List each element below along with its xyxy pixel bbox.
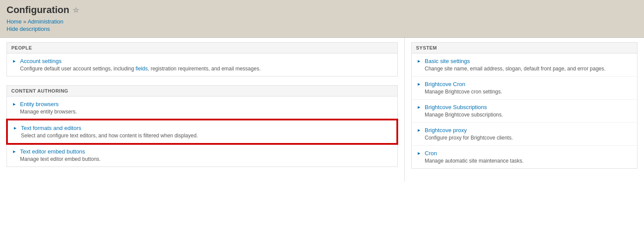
cron-item: ► Cron Manage automatic site maintenance… bbox=[412, 146, 637, 168]
brightcove-proxy-title: ► Brightcove proxy bbox=[417, 127, 632, 133]
brightcove-subscriptions-item: ► Brightcove Subscriptions Manage Bright… bbox=[412, 100, 637, 123]
account-settings-link[interactable]: Account settings bbox=[20, 58, 61, 64]
brightcove-proxy-description: Configure proxy for Brightcove clients. bbox=[425, 135, 632, 141]
cron-link[interactable]: Cron bbox=[425, 150, 437, 156]
star-icon[interactable]: ☆ bbox=[73, 6, 79, 14]
text-formats-description: Select and configure text editors, and h… bbox=[21, 133, 391, 139]
brightcove-subscriptions-link[interactable]: Brightcove Subscriptions bbox=[425, 104, 487, 110]
arrow-icon: ► bbox=[12, 149, 17, 154]
basic-site-settings-title: ► Basic site settings bbox=[417, 58, 632, 64]
brightcove-proxy-item: ► Brightcove proxy Configure proxy for B… bbox=[412, 123, 637, 146]
account-settings-title: ► Account settings bbox=[12, 58, 392, 64]
brightcove-cron-item: ► Brightcove Cron Manage Brightcove cron… bbox=[412, 77, 637, 100]
right-panel: SYSTEM ► Basic site settings Change site… bbox=[405, 38, 644, 182]
entity-browsers-description: Manage entity browsers. bbox=[20, 109, 392, 115]
arrow-icon: ► bbox=[13, 126, 18, 130]
text-formats-link[interactable]: Text formats and editors bbox=[21, 125, 81, 131]
entity-browsers-title: ► Entity browsers bbox=[12, 101, 392, 107]
hide-descriptions-link[interactable]: Hide descriptions bbox=[7, 26, 637, 32]
breadcrumb: Home » Administration bbox=[7, 18, 637, 25]
breadcrumb-home[interactable]: Home bbox=[7, 18, 22, 25]
people-section: PEOPLE ► Account settings Configure defa… bbox=[7, 42, 398, 77]
arrow-icon: ► bbox=[417, 105, 422, 110]
arrow-icon: ► bbox=[417, 128, 422, 133]
page-header: Configuration ☆ Home » Administration Hi… bbox=[0, 0, 644, 38]
system-section: SYSTEM ► Basic site settings Change site… bbox=[411, 42, 637, 169]
entity-browsers-link[interactable]: Entity browsers bbox=[20, 101, 59, 107]
basic-site-settings-item: ► Basic site settings Change site name, … bbox=[412, 53, 637, 77]
content-authoring-header: CONTENT AUTHORING bbox=[7, 86, 397, 97]
left-panel: PEOPLE ► Account settings Configure defa… bbox=[0, 38, 405, 182]
arrow-icon: ► bbox=[12, 102, 17, 107]
content-authoring-section: CONTENT AUTHORING ► Entity browsers Mana… bbox=[7, 85, 398, 167]
brightcove-subscriptions-description: Manage Brightcove subscriptions. bbox=[425, 112, 632, 118]
arrow-icon: ► bbox=[417, 151, 422, 156]
account-settings-item: ► Account settings Configure default use… bbox=[7, 53, 397, 76]
brightcove-cron-link[interactable]: Brightcove Cron bbox=[425, 81, 465, 87]
text-formats-title: ► Text formats and editors bbox=[13, 125, 391, 131]
basic-site-settings-link[interactable]: Basic site settings bbox=[425, 58, 470, 64]
content-area: PEOPLE ► Account settings Configure defa… bbox=[0, 38, 644, 182]
arrow-icon: ► bbox=[417, 82, 422, 87]
basic-site-settings-description: Change site name, email address, slogan,… bbox=[425, 66, 632, 72]
text-editor-embed-item: ► Text editor embed buttons Manage text … bbox=[7, 144, 397, 166]
cron-title: ► Cron bbox=[417, 150, 632, 156]
breadcrumb-admin[interactable]: Administration bbox=[27, 18, 63, 25]
text-formats-item: ► Text formats and editors Select and co… bbox=[7, 120, 397, 144]
system-section-header: SYSTEM bbox=[412, 43, 637, 53]
cron-description: Manage automatic site maintenance tasks. bbox=[425, 158, 632, 164]
entity-browsers-item: ► Entity browsers Manage entity browsers… bbox=[7, 97, 397, 120]
fields-link[interactable]: fields bbox=[136, 66, 148, 72]
account-settings-description: Configure default user account settings,… bbox=[20, 66, 392, 72]
brightcove-subscriptions-title: ► Brightcove Subscriptions bbox=[417, 104, 632, 110]
arrow-icon: ► bbox=[417, 59, 422, 63]
people-section-header: PEOPLE bbox=[7, 43, 397, 53]
brightcove-cron-description: Manage Brightcove cron settings. bbox=[425, 89, 632, 95]
text-editor-embed-title: ► Text editor embed buttons bbox=[12, 148, 392, 155]
page-title: Configuration ☆ bbox=[7, 4, 637, 16]
brightcove-cron-title: ► Brightcove Cron bbox=[417, 81, 632, 87]
title-text: Configuration bbox=[7, 4, 69, 16]
breadcrumb-separator: » bbox=[22, 18, 28, 25]
text-editor-embed-description: Manage text editor embed buttons. bbox=[20, 156, 392, 162]
brightcove-proxy-link[interactable]: Brightcove proxy bbox=[425, 127, 467, 133]
arrow-icon: ► bbox=[12, 59, 17, 63]
text-editor-embed-link[interactable]: Text editor embed buttons bbox=[20, 148, 85, 155]
